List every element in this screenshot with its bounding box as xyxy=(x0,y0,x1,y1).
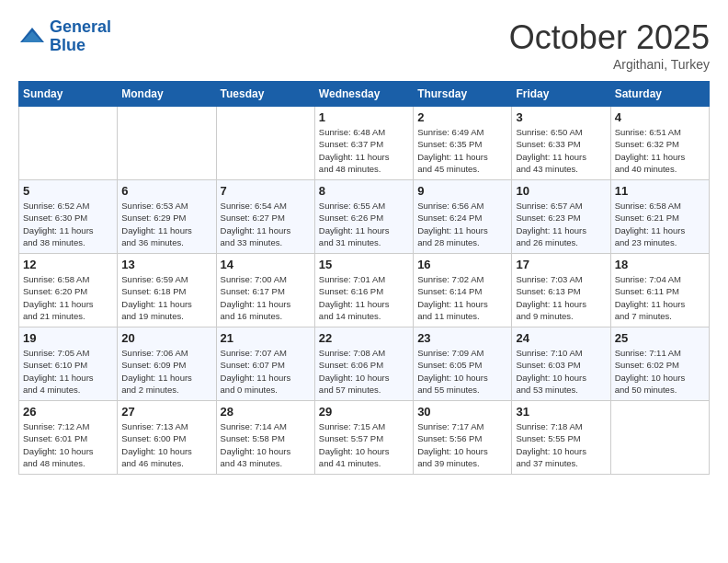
day-info: Sunrise: 6:51 AM Sunset: 6:32 PM Dayligh… xyxy=(615,126,705,175)
day-info: Sunrise: 6:58 AM Sunset: 6:20 PM Dayligh… xyxy=(23,273,113,322)
calendar-cell xyxy=(19,107,118,180)
day-number: 2 xyxy=(417,110,507,124)
day-info: Sunrise: 6:57 AM Sunset: 6:23 PM Dayligh… xyxy=(516,200,606,248)
calendar-header: SundayMondayTuesdayWednesdayThursdayFrid… xyxy=(19,82,710,107)
day-info: Sunrise: 6:56 AM Sunset: 6:24 PM Dayligh… xyxy=(417,200,507,248)
day-number: 22 xyxy=(319,331,409,345)
day-of-week-header: Sunday xyxy=(19,82,118,107)
calendar-cell: 20Sunrise: 7:06 AM Sunset: 6:09 PM Dayli… xyxy=(118,327,216,401)
day-number: 7 xyxy=(221,184,311,198)
day-info: Sunrise: 6:54 AM Sunset: 6:27 PM Dayligh… xyxy=(221,200,311,248)
day-number: 29 xyxy=(319,405,409,419)
day-info: Sunrise: 6:50 AM Sunset: 6:33 PM Dayligh… xyxy=(516,126,606,175)
day-info: Sunrise: 6:52 AM Sunset: 6:30 PM Dayligh… xyxy=(23,200,113,248)
calendar-cell: 1Sunrise: 6:48 AM Sunset: 6:37 PM Daylig… xyxy=(314,107,413,180)
day-number: 26 xyxy=(23,405,113,419)
day-number: 8 xyxy=(319,184,409,198)
day-info: Sunrise: 7:17 AM Sunset: 5:56 PM Dayligh… xyxy=(417,420,507,469)
calendar-week-row: 26Sunrise: 7:12 AM Sunset: 6:01 PM Dayli… xyxy=(19,401,710,475)
calendar-table: SundayMondayTuesdayWednesdayThursdayFrid… xyxy=(18,81,710,475)
day-number: 12 xyxy=(23,258,113,271)
calendar-cell: 21Sunrise: 7:07 AM Sunset: 6:07 PM Dayli… xyxy=(216,327,314,401)
calendar-cell xyxy=(118,107,216,180)
calendar-week-row: 12Sunrise: 6:58 AM Sunset: 6:20 PM Dayli… xyxy=(19,254,710,327)
day-number: 3 xyxy=(516,110,606,124)
day-info: Sunrise: 7:12 AM Sunset: 6:01 PM Dayligh… xyxy=(23,420,113,469)
calendar-cell: 30Sunrise: 7:17 AM Sunset: 5:56 PM Dayli… xyxy=(414,401,512,475)
day-number: 21 xyxy=(221,331,311,345)
day-number: 15 xyxy=(319,258,409,271)
calendar-cell: 4Sunrise: 6:51 AM Sunset: 6:32 PM Daylig… xyxy=(610,107,709,180)
calendar-cell: 18Sunrise: 7:04 AM Sunset: 6:11 PM Dayli… xyxy=(610,254,709,327)
day-number: 23 xyxy=(417,331,507,345)
day-number: 19 xyxy=(23,331,113,345)
calendar-cell: 23Sunrise: 7:09 AM Sunset: 6:05 PM Dayli… xyxy=(414,327,512,401)
day-number: 14 xyxy=(221,258,311,271)
day-number: 6 xyxy=(121,184,211,198)
day-info: Sunrise: 7:02 AM Sunset: 6:14 PM Dayligh… xyxy=(417,273,507,322)
calendar-cell: 13Sunrise: 6:59 AM Sunset: 6:18 PM Dayli… xyxy=(118,254,216,327)
calendar-cell: 15Sunrise: 7:01 AM Sunset: 6:16 PM Dayli… xyxy=(314,254,413,327)
location-subtitle: Argithani, Turkey xyxy=(509,57,710,72)
day-number: 24 xyxy=(516,331,606,345)
day-info: Sunrise: 7:18 AM Sunset: 5:55 PM Dayligh… xyxy=(516,420,606,469)
calendar-week-row: 1Sunrise: 6:48 AM Sunset: 6:37 PM Daylig… xyxy=(19,107,710,180)
day-info: Sunrise: 7:06 AM Sunset: 6:09 PM Dayligh… xyxy=(121,347,211,396)
logo: General Blue xyxy=(18,18,111,55)
logo-icon xyxy=(18,26,46,48)
calendar-cell: 28Sunrise: 7:14 AM Sunset: 5:58 PM Dayli… xyxy=(216,401,314,475)
day-info: Sunrise: 6:48 AM Sunset: 6:37 PM Dayligh… xyxy=(319,126,409,175)
calendar-cell: 11Sunrise: 6:58 AM Sunset: 6:21 PM Dayli… xyxy=(610,180,709,254)
day-number: 18 xyxy=(615,258,705,271)
day-info: Sunrise: 7:03 AM Sunset: 6:13 PM Dayligh… xyxy=(516,273,606,322)
day-number: 16 xyxy=(417,258,507,271)
calendar-cell: 31Sunrise: 7:18 AM Sunset: 5:55 PM Dayli… xyxy=(512,401,610,475)
calendar-cell: 24Sunrise: 7:10 AM Sunset: 6:03 PM Dayli… xyxy=(512,327,610,401)
calendar-cell: 26Sunrise: 7:12 AM Sunset: 6:01 PM Dayli… xyxy=(19,401,118,475)
calendar-cell xyxy=(216,107,314,180)
page-header: General Blue October 2025 Argithani, Tur… xyxy=(18,18,710,72)
calendar-cell: 7Sunrise: 6:54 AM Sunset: 6:27 PM Daylig… xyxy=(216,180,314,254)
day-of-week-header: Monday xyxy=(118,82,216,107)
calendar-cell: 27Sunrise: 7:13 AM Sunset: 6:00 PM Dayli… xyxy=(118,401,216,475)
calendar-cell: 17Sunrise: 7:03 AM Sunset: 6:13 PM Dayli… xyxy=(512,254,610,327)
day-number: 13 xyxy=(121,258,211,271)
day-number: 1 xyxy=(319,110,409,124)
day-number: 30 xyxy=(417,405,507,419)
day-number: 31 xyxy=(516,405,606,419)
day-info: Sunrise: 7:11 AM Sunset: 6:02 PM Dayligh… xyxy=(615,347,705,396)
day-info: Sunrise: 6:53 AM Sunset: 6:29 PM Dayligh… xyxy=(121,200,211,248)
day-of-week-header: Tuesday xyxy=(216,82,314,107)
day-info: Sunrise: 7:09 AM Sunset: 6:05 PM Dayligh… xyxy=(417,347,507,396)
day-of-week-header: Friday xyxy=(512,82,610,107)
calendar-week-row: 5Sunrise: 6:52 AM Sunset: 6:30 PM Daylig… xyxy=(19,180,710,254)
day-number: 10 xyxy=(516,184,606,198)
calendar-cell: 9Sunrise: 6:56 AM Sunset: 6:24 PM Daylig… xyxy=(414,180,512,254)
day-info: Sunrise: 7:08 AM Sunset: 6:06 PM Dayligh… xyxy=(319,347,409,396)
calendar-cell xyxy=(610,401,709,475)
day-number: 11 xyxy=(615,184,705,198)
day-info: Sunrise: 7:05 AM Sunset: 6:10 PM Dayligh… xyxy=(23,347,113,396)
calendar-cell: 14Sunrise: 7:00 AM Sunset: 6:17 PM Dayli… xyxy=(216,254,314,327)
day-info: Sunrise: 7:14 AM Sunset: 5:58 PM Dayligh… xyxy=(221,420,311,469)
calendar-body: 1Sunrise: 6:48 AM Sunset: 6:37 PM Daylig… xyxy=(19,107,710,475)
calendar-cell: 12Sunrise: 6:58 AM Sunset: 6:20 PM Dayli… xyxy=(19,254,118,327)
calendar-cell: 25Sunrise: 7:11 AM Sunset: 6:02 PM Dayli… xyxy=(610,327,709,401)
calendar-cell: 10Sunrise: 6:57 AM Sunset: 6:23 PM Dayli… xyxy=(512,180,610,254)
day-number: 4 xyxy=(615,110,705,124)
day-info: Sunrise: 6:59 AM Sunset: 6:18 PM Dayligh… xyxy=(121,273,211,322)
day-info: Sunrise: 6:49 AM Sunset: 6:35 PM Dayligh… xyxy=(417,126,507,175)
day-info: Sunrise: 7:04 AM Sunset: 6:11 PM Dayligh… xyxy=(615,273,705,322)
day-number: 28 xyxy=(221,405,311,419)
logo-text: General Blue xyxy=(50,18,111,55)
calendar-cell: 19Sunrise: 7:05 AM Sunset: 6:10 PM Dayli… xyxy=(19,327,118,401)
day-of-week-header: Thursday xyxy=(414,82,512,107)
day-info: Sunrise: 6:58 AM Sunset: 6:21 PM Dayligh… xyxy=(615,200,705,248)
day-number: 5 xyxy=(23,184,113,198)
days-of-week-row: SundayMondayTuesdayWednesdayThursdayFrid… xyxy=(19,82,710,107)
calendar-week-row: 19Sunrise: 7:05 AM Sunset: 6:10 PM Dayli… xyxy=(19,327,710,401)
calendar-cell: 16Sunrise: 7:02 AM Sunset: 6:14 PM Dayli… xyxy=(414,254,512,327)
calendar-cell: 8Sunrise: 6:55 AM Sunset: 6:26 PM Daylig… xyxy=(314,180,413,254)
day-info: Sunrise: 6:55 AM Sunset: 6:26 PM Dayligh… xyxy=(319,200,409,248)
day-number: 25 xyxy=(615,331,705,345)
